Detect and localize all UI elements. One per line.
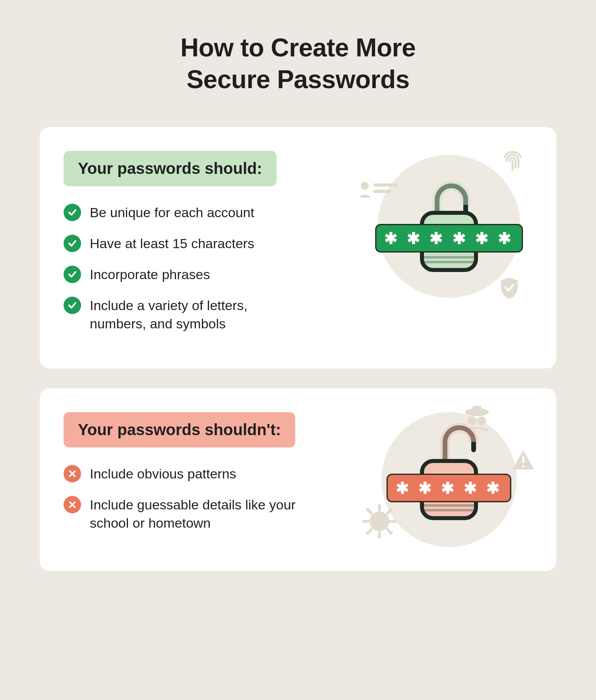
should-item: Incorporate phrases — [64, 265, 350, 284]
svg-point-16 — [370, 512, 389, 532]
svg-rect-14 — [522, 457, 524, 463]
title-line-2: Secure Passwords — [186, 65, 409, 94]
title-line-1: How to Create More — [180, 33, 416, 62]
svg-point-0 — [361, 182, 369, 190]
card-should-content: Your passwords should: Be unique for eac… — [64, 151, 350, 345]
banner-shouldnt: Your passwords shouldn't: — [64, 412, 295, 447]
card-should: Your passwords should: Be unique for eac… — [40, 127, 556, 368]
fingerprint-icon — [501, 147, 524, 175]
svg-rect-15 — [522, 465, 524, 467]
password-bar-good: ✱ ✱ ✱ ✱ ✱ ✱ — [375, 224, 523, 253]
should-item: Be unique for each account — [64, 203, 350, 222]
svg-rect-13 — [475, 420, 478, 422]
svg-point-25 — [378, 505, 381, 508]
svg-rect-2 — [373, 190, 391, 193]
svg-point-26 — [378, 535, 381, 538]
user-lines-icon — [358, 179, 401, 202]
check-icon — [64, 297, 81, 314]
password-bar-bad: ✱ ✱ ✱ ✱ ✱ — [387, 474, 511, 502]
cross-icon — [64, 465, 81, 482]
should-item-text: Incorporate phrases — [90, 265, 210, 284]
cross-icon — [64, 496, 81, 513]
shouldnt-item-text: Include guessable details like your scho… — [90, 495, 296, 532]
warning-icon — [510, 448, 536, 472]
illustration-shouldnt: ✱ ✱ ✱ ✱ ✱ — [366, 412, 532, 547]
shouldnt-item: Include obvious patterns — [64, 464, 350, 483]
should-item: Include a variety of letters, numbers, a… — [64, 296, 350, 333]
svg-rect-10 — [472, 406, 482, 411]
svg-point-30 — [389, 531, 393, 535]
svg-point-31 — [389, 508, 393, 512]
should-item-text: Have at least 15 characters — [90, 234, 254, 253]
check-icon — [64, 235, 81, 252]
svg-point-29 — [366, 508, 370, 512]
svg-point-32 — [366, 531, 370, 535]
should-item-text: Be unique for each account — [90, 203, 254, 222]
banner-should: Your passwords should: — [64, 151, 277, 186]
shouldnt-item-text: Include obvious patterns — [90, 464, 236, 483]
check-icon — [64, 204, 81, 221]
svg-rect-1 — [373, 183, 397, 187]
svg-point-28 — [393, 520, 397, 523]
shouldnt-item: Include guessable details like your scho… — [64, 495, 350, 532]
card-shouldnt-content: Your passwords shouldn't: Include obviou… — [64, 412, 350, 544]
page-title: How to Create More Secure Passwords — [40, 32, 556, 95]
should-item-text: Include a variety of letters, numbers, a… — [90, 296, 296, 333]
shield-check-icon — [498, 276, 521, 302]
illustration-should: ✱ ✱ ✱ ✱ ✱ ✱ — [366, 151, 532, 302]
should-item: Have at least 15 characters — [64, 234, 350, 253]
card-shouldnt: Your passwords shouldn't: Include obviou… — [40, 388, 556, 571]
svg-point-27 — [362, 520, 366, 523]
virus-icon — [362, 503, 397, 539]
check-icon — [64, 266, 81, 283]
